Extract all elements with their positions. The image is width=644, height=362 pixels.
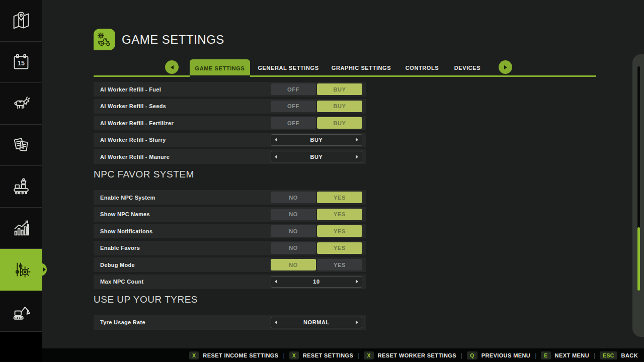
hotkey-bar: X RESET INCOME SETTINGS | X RESET SETTIN… — [0, 348, 644, 362]
toggle-option-no[interactable]: NO — [271, 209, 316, 220]
toggle-option-off[interactable]: OFF — [271, 101, 316, 112]
stepper-increase-icon[interactable] — [356, 320, 358, 324]
key-badge-x: X — [289, 351, 299, 359]
stepper: NORMAL — [271, 317, 362, 328]
action-label: RESET SETTINGS — [303, 352, 353, 358]
setting-label: AI Worker Refill - Manure — [100, 154, 170, 160]
toggle-group: NO YES — [271, 259, 362, 270]
stepper-increase-icon[interactable] — [356, 280, 358, 284]
sidebar-item-settings[interactable] — [0, 249, 42, 291]
setting-row-show-notifications: Show Notifications NO YES — [94, 224, 366, 238]
stepper: BUY — [271, 151, 362, 162]
setting-label: AI Worker Refill - Seeds — [100, 103, 166, 109]
toggle-option-yes[interactable]: YES — [317, 192, 362, 203]
toggle-group: NO YES — [271, 209, 362, 220]
toggle-group: NO YES — [271, 242, 362, 254]
sidebar-item-contracts[interactable] — [0, 125, 42, 166]
scrollbar — [632, 54, 644, 337]
toggle-group: OFF BUY — [271, 101, 362, 112]
back-button[interactable]: ESC BACK — [600, 351, 638, 359]
sidebar-item-construction[interactable] — [0, 291, 42, 332]
stepper-value: NORMAL — [277, 319, 356, 325]
sidebar-item-map[interactable] — [0, 0, 42, 42]
scrollbar-thumb[interactable] — [637, 227, 640, 291]
key-badge-q: Q — [467, 351, 477, 359]
stepper-value: 10 — [277, 279, 356, 285]
tabs-scroll-right-button[interactable] — [499, 60, 512, 74]
toggle-option-yes[interactable]: YES — [317, 259, 362, 270]
action-label: BACK — [621, 352, 638, 358]
key-badge-esc: ESC — [600, 351, 617, 359]
chevron-right-icon — [504, 65, 507, 69]
setting-row-show-npc-names: Show NPC Names NO YES — [94, 207, 366, 222]
tab-controls[interactable]: CONTROLS — [406, 59, 439, 76]
production-icon — [10, 175, 33, 198]
toggle-option-no[interactable]: NO — [271, 242, 316, 254]
toggle-option-yes[interactable]: YES — [317, 209, 362, 220]
toggle-option-buy[interactable]: BUY — [317, 117, 362, 129]
setting-label: Enable NPC System — [100, 195, 155, 201]
sidebar-item-animals[interactable] — [0, 83, 42, 125]
sidebar-item-calendar[interactable]: 15 — [0, 42, 42, 83]
action-label: RESET WORKER SETTINGS — [378, 352, 456, 358]
setting-row-max-npc-count: Max NPC Count 10 — [94, 275, 366, 289]
tab-underline — [94, 75, 596, 77]
stepper-increase-icon[interactable] — [356, 155, 358, 159]
tractor-gear-icon — [96, 31, 114, 49]
contracts-icon — [10, 133, 33, 156]
setting-label: AI Worker Refill - Fertilizer — [100, 120, 174, 126]
calendar-icon: 15 — [10, 50, 33, 73]
toggle-group: NO YES — [271, 192, 362, 203]
toggle-option-yes[interactable]: YES — [317, 242, 362, 254]
section-title-npc-favor-system: NPC FAVOR SYSTEM — [94, 168, 366, 181]
toggle-group: NO YES — [271, 225, 362, 237]
toggle-option-buy[interactable]: BUY — [317, 83, 362, 95]
previous-menu-button[interactable]: Q PREVIOUS MENU — [467, 351, 530, 359]
setting-label: Show Notifications — [100, 228, 152, 234]
tab-general-settings[interactable]: GENERAL SETTINGS — [258, 59, 318, 76]
setting-row-ai-manure: AI Worker Refill - Manure BUY — [94, 149, 366, 164]
stepper-value: BUY — [277, 137, 356, 143]
setting-row-debug-mode: Debug Mode NO YES — [94, 257, 366, 272]
setting-row-ai-fertilizer: AI Worker Refill - Fertilizer OFF BUY — [94, 116, 366, 130]
setting-row-enable-npc: Enable NPC System NO YES — [94, 190, 366, 205]
toggle-option-no[interactable]: NO — [271, 192, 316, 203]
setting-label: Max NPC Count — [100, 279, 143, 285]
reset-settings-button[interactable]: X RESET SETTINGS — [289, 351, 354, 359]
tab-graphic-settings[interactable]: GRAPHIC SETTINGS — [332, 59, 391, 76]
toggle-group: OFF BUY — [271, 83, 362, 95]
reset-income-settings-button[interactable]: X RESET INCOME SETTINGS — [189, 351, 279, 359]
action-label: NEXT MENU — [555, 352, 589, 358]
toggle-option-yes[interactable]: YES — [317, 225, 362, 237]
tab-devices[interactable]: DEVICES — [454, 59, 481, 76]
cow-icon — [10, 92, 33, 115]
key-badge-e: E — [541, 351, 550, 359]
toggle-option-buy[interactable]: BUY — [317, 101, 362, 112]
sidebar-item-statistics[interactable] — [0, 208, 42, 249]
map-icon — [10, 9, 33, 32]
divider: | — [461, 352, 462, 359]
setting-row-tyre-usage-rate: Tyre Usage Rate NORMAL — [94, 315, 366, 330]
settings-icon — [10, 258, 33, 281]
sidebar-item-production[interactable] — [0, 166, 42, 208]
statistics-icon — [10, 216, 33, 239]
toggle-option-off[interactable]: OFF — [271, 83, 316, 95]
page-title: GAME SETTINGS — [122, 33, 224, 47]
settings-list: AI Worker Refill - Fuel OFF BUY AI Worke… — [94, 82, 366, 332]
action-label: RESET INCOME SETTINGS — [203, 352, 278, 358]
stepper-increase-icon[interactable] — [356, 138, 358, 142]
toggle-option-no[interactable]: NO — [271, 225, 316, 237]
reset-worker-settings-button[interactable]: X RESET WORKER SETTINGS — [364, 351, 456, 359]
tabs-scroll-left-button[interactable] — [165, 60, 179, 74]
next-menu-button[interactable]: E NEXT MENU — [541, 351, 589, 359]
setting-row-ai-fuel: AI Worker Refill - Fuel OFF BUY — [94, 82, 366, 97]
scrollbar-track[interactable] — [637, 66, 640, 291]
stepper-value: BUY — [277, 154, 356, 160]
divider: | — [535, 352, 536, 359]
toggle-option-off[interactable]: OFF — [271, 117, 316, 129]
key-badge-x: X — [189, 351, 199, 359]
tab-game-settings[interactable]: GAME SETTINGS — [190, 59, 250, 77]
active-item-arrow-icon — [43, 267, 46, 272]
setting-label: Tyre Usage Rate — [100, 319, 145, 325]
toggle-option-no[interactable]: NO — [271, 259, 316, 270]
